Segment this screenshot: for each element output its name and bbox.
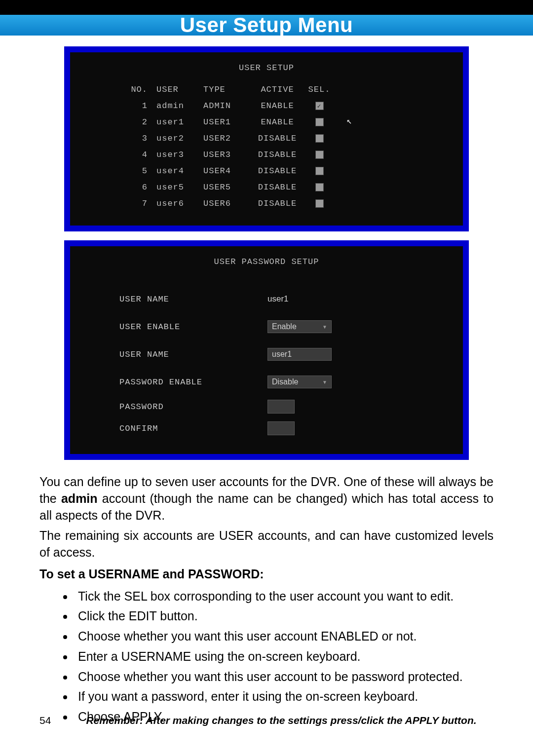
- confirm-input[interactable]: [267, 421, 295, 435]
- sel-checkbox[interactable]: [315, 183, 324, 191]
- footer: 54 Remember: After making changes to the…: [39, 715, 494, 726]
- table-row: 5user4USER4DISABLE: [129, 163, 443, 179]
- cell-type: USER3: [203, 150, 250, 159]
- list-item: Choose whether you want this user accoun…: [74, 627, 494, 646]
- cell-sel: [305, 118, 334, 126]
- table-row: 1adminADMINENABLE✓: [129, 98, 443, 114]
- paragraph-2: The remaining six accounts are USER acco…: [39, 528, 494, 561]
- table-row: 6user5USER5DISABLE: [129, 179, 443, 195]
- p1-bold: admin: [61, 491, 98, 505]
- user-enable-select[interactable]: Enable ▼: [267, 320, 332, 333]
- p1b: account (though the name can be changed)…: [39, 491, 494, 522]
- cell-active: DISABLE: [250, 150, 305, 159]
- table-row: 4user3USER3DISABLE: [129, 147, 443, 163]
- table-row: 7user6USER6DISABLE: [129, 195, 443, 212]
- sel-checkbox[interactable]: [315, 199, 324, 208]
- cell-no: 7: [129, 199, 156, 208]
- list-item: Tick the SEL box corrosponding to the us…: [74, 587, 494, 606]
- chevron-down-icon: ▼: [322, 324, 327, 330]
- user-setup-panel: USER SETUP NO. USER TYPE ACTIVE SEL. 1ad…: [64, 46, 469, 231]
- value-user-name-1: user1: [267, 294, 346, 304]
- table-row: 2user1USER1ENABLE: [129, 114, 443, 130]
- body-text: You can define up to seven user accounts…: [39, 474, 494, 726]
- page-number: 54: [39, 715, 69, 726]
- cell-sel: [305, 134, 334, 143]
- instructions-heading: To set a USERNAME and PASSWORD:: [39, 566, 494, 583]
- cell-sel: [305, 183, 334, 191]
- cell-type: USER5: [203, 183, 250, 192]
- cell-user: user1: [156, 117, 203, 127]
- header-bar: User Setup Menu: [0, 0, 533, 36]
- col-type: TYPE: [203, 85, 250, 94]
- cell-sel: [305, 167, 334, 175]
- sel-checkbox[interactable]: [315, 118, 324, 126]
- cell-active: ENABLE: [250, 101, 305, 111]
- cursor-icon: ↖: [346, 115, 352, 126]
- list-item: Enter a USERNAME using the on-screen key…: [74, 647, 494, 666]
- sel-checkbox[interactable]: [315, 134, 324, 143]
- cell-active: DISABLE: [250, 134, 305, 143]
- password-enable-select[interactable]: Disable ▼: [267, 376, 332, 388]
- user-password-panel: USER PASSWORD SETUP USER NAME user1 USER…: [64, 240, 469, 460]
- col-user: USER: [156, 85, 203, 94]
- list-item: Click the EDIT button.: [74, 606, 494, 626]
- label-password: PASSWORD: [119, 402, 267, 412]
- cell-type: USER2: [203, 134, 250, 143]
- chevron-down-icon: ▼: [322, 379, 327, 385]
- cell-type: USER1: [203, 117, 250, 127]
- user-name-input[interactable]: user1: [267, 348, 332, 361]
- sel-checkbox[interactable]: [315, 167, 324, 175]
- cell-sel: [305, 151, 334, 159]
- label-user-name-2: USER NAME: [119, 350, 267, 359]
- label-confirm: CONFIRM: [119, 424, 267, 433]
- steps-list: Tick the SEL box corrosponding to the us…: [39, 587, 494, 726]
- paragraph-1: You can define up to seven user accounts…: [39, 474, 494, 524]
- page-title: User Setup Menu: [180, 13, 353, 37]
- cell-active: DISABLE: [250, 183, 305, 192]
- password-enable-value: Disable: [272, 378, 298, 386]
- footer-message: Remember: After making changes to the se…: [69, 715, 494, 726]
- cell-no: 5: [129, 166, 156, 176]
- cell-type: USER4: [203, 166, 250, 176]
- cell-sel: [305, 199, 334, 208]
- list-item: Choose whether you want this user accoun…: [74, 667, 494, 686]
- cell-no: 4: [129, 150, 156, 159]
- table-header: NO. USER TYPE ACTIVE SEL.: [129, 81, 443, 98]
- col-sel: SEL.: [305, 85, 334, 94]
- col-active: ACTIVE: [250, 85, 305, 94]
- sel-checkbox[interactable]: [315, 151, 324, 159]
- sel-checkbox[interactable]: ✓: [315, 102, 324, 110]
- cell-user: user4: [156, 166, 203, 176]
- user-table: NO. USER TYPE ACTIVE SEL. 1adminADMINENA…: [70, 81, 463, 226]
- cell-sel: ✓: [305, 102, 334, 110]
- cell-user: admin: [156, 101, 203, 111]
- cell-type: USER6: [203, 199, 250, 208]
- cell-active: DISABLE: [250, 166, 305, 176]
- user-enable-value: Enable: [272, 322, 297, 331]
- password-input[interactable]: [267, 400, 295, 414]
- label-user-enable: USER ENABLE: [119, 322, 267, 332]
- cell-user: user6: [156, 199, 203, 208]
- panel1-title: USER SETUP: [70, 52, 463, 81]
- cell-user: user3: [156, 150, 203, 159]
- label-password-enable: PASSWORD ENABLE: [119, 378, 267, 387]
- cell-no: 2: [129, 117, 156, 127]
- cell-active: DISABLE: [250, 199, 305, 208]
- list-item: If you want a password, enter it using t…: [74, 687, 494, 706]
- col-no: NO.: [129, 85, 156, 94]
- cell-no: 1: [129, 101, 156, 111]
- cell-no: 3: [129, 134, 156, 143]
- label-user-name-1: USER NAME: [119, 295, 267, 304]
- table-row: 3user2USER2DISABLE: [129, 130, 443, 147]
- cell-type: ADMIN: [203, 101, 250, 111]
- panel2-title: USER PASSWORD SETUP: [70, 246, 463, 275]
- cell-user: user2: [156, 134, 203, 143]
- cell-no: 6: [129, 183, 156, 192]
- cell-user: user5: [156, 183, 203, 192]
- cell-active: ENABLE: [250, 117, 305, 127]
